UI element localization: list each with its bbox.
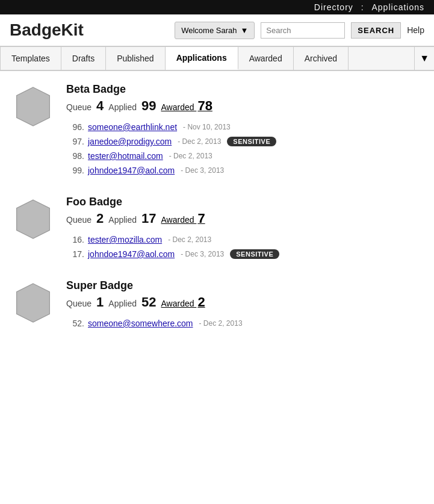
- app-email[interactable]: janedoe@prodigy.com: [88, 137, 172, 146]
- applied-label: Applied: [108, 215, 137, 225]
- awarded-num: 7: [197, 211, 205, 226]
- app-email[interactable]: someone@earthlink.net: [88, 122, 177, 132]
- logo: BadgeKit: [10, 20, 169, 40]
- sensitive-badge: SENSITIVE: [230, 249, 279, 259]
- app-date: - Dec 2, 2013: [169, 152, 212, 160]
- badge-details: Beta Badge Queue 4 Applied 99 Awarded 78…: [66, 83, 422, 178]
- scroll-tabs-icon[interactable]: ▼: [414, 47, 434, 70]
- app-email[interactable]: someone@somewhere.com: [88, 319, 193, 328]
- badge-name: Super Badge: [66, 279, 422, 292]
- applied-label: Applied: [108, 102, 137, 112]
- badge-name: Foo Badge: [66, 196, 422, 208]
- app-date: - Dec 3, 2013: [181, 250, 224, 258]
- application-row: 17.johndoe1947@aol.com- Dec 3, 2013SENSI…: [66, 247, 422, 261]
- badge-stats: Queue 2 Applied 17 Awarded 7: [66, 211, 422, 226]
- app-number: 99.: [66, 166, 84, 175]
- welcome-dropdown[interactable]: Welcome Sarah ▼: [175, 22, 255, 39]
- badge-section-2: Super Badge Queue 1 Applied 52 Awarded 2…: [12, 279, 422, 331]
- tab-awarded[interactable]: Awarded: [238, 47, 294, 70]
- application-row: 97.janedoe@prodigy.com- Dec 2, 2013SENSI…: [66, 134, 422, 149]
- svg-marker-0: [17, 87, 50, 126]
- tab-drafts[interactable]: Drafts: [61, 47, 106, 70]
- help-link[interactable]: Help: [407, 25, 424, 35]
- application-row: 98.tester@hotmail.com- Dec 2, 2013: [66, 149, 422, 163]
- queue-num: 4: [96, 98, 104, 114]
- badge-details: Super Badge Queue 1 Applied 52 Awarded 2…: [66, 279, 422, 331]
- app-date: - Nov 10, 2013: [183, 123, 231, 131]
- svg-marker-1: [17, 200, 50, 238]
- top-bar: Directory : Applications: [0, 0, 434, 14]
- tab-applications[interactable]: Applications: [166, 47, 238, 70]
- app-date: - Dec 2, 2013: [168, 235, 211, 244]
- tab-archived[interactable]: Archived: [294, 47, 349, 70]
- header: BadgeKit Welcome Sarah ▼ SEARCH Help: [0, 14, 434, 46]
- app-email[interactable]: johndoe1947@aol.com: [88, 249, 175, 259]
- app-date: - Dec 2, 2013: [199, 319, 243, 328]
- app-number: 17.: [66, 249, 84, 259]
- app-email[interactable]: tester@hotmail.com: [88, 151, 163, 161]
- awarded-num: 78: [197, 98, 212, 113]
- tab-published[interactable]: Published: [106, 47, 166, 70]
- app-date: - Dec 2, 2013: [178, 137, 221, 146]
- badge-section-0: Beta Badge Queue 4 Applied 99 Awarded 78…: [12, 83, 422, 178]
- search-button[interactable]: SEARCH: [351, 22, 401, 39]
- svg-marker-2: [17, 284, 50, 322]
- application-row: 16.tester@mozilla.com- Dec 2, 2013: [66, 232, 422, 247]
- badge-details: Foo Badge Queue 2 Applied 17 Awarded 7 1…: [66, 196, 422, 261]
- app-number: 96.: [66, 122, 84, 132]
- app-email[interactable]: johndoe1947@aol.com: [88, 166, 175, 175]
- app-number: 52.: [66, 319, 84, 328]
- queue-num: 2: [96, 211, 104, 226]
- search-input[interactable]: [261, 22, 345, 39]
- queue-num: 1: [96, 294, 104, 310]
- tab-templates[interactable]: Templates: [0, 47, 61, 70]
- applied-num: 17: [141, 211, 156, 226]
- applications-link[interactable]: Applications: [372, 2, 425, 12]
- queue-label: Queue: [66, 215, 91, 225]
- awarded-num: 2: [197, 294, 205, 310]
- applied-label: Applied: [108, 299, 137, 308]
- app-email[interactable]: tester@mozilla.com: [88, 235, 162, 244]
- dropdown-arrow-icon: ▼: [240, 26, 248, 35]
- badge-icon: [12, 282, 54, 324]
- app-number: 97.: [66, 137, 84, 146]
- badge-name: Beta Badge: [66, 83, 422, 96]
- app-number: 16.: [66, 235, 84, 244]
- app-number: 98.: [66, 151, 84, 161]
- applied-num: 99: [141, 98, 156, 114]
- welcome-text: Welcome Sarah: [181, 26, 237, 35]
- badge-stats: Queue 1 Applied 52 Awarded 2: [66, 294, 422, 310]
- main-content: Beta Badge Queue 4 Applied 99 Awarded 78…: [0, 71, 434, 361]
- separator: :: [361, 2, 364, 12]
- badge-section-1: Foo Badge Queue 2 Applied 17 Awarded 7 1…: [12, 196, 422, 261]
- awarded-link[interactable]: Awarded 7: [161, 211, 205, 226]
- badge-icon: [12, 86, 54, 128]
- applied-num: 52: [141, 294, 156, 310]
- awarded-link[interactable]: Awarded 2: [161, 294, 205, 310]
- application-row: 96.someone@earthlink.net- Nov 10, 2013: [66, 120, 422, 134]
- sensitive-badge: SENSITIVE: [227, 137, 276, 146]
- awarded-link[interactable]: Awarded 78: [161, 98, 212, 114]
- queue-label: Queue: [66, 299, 91, 308]
- badge-icon: [12, 198, 54, 240]
- badge-stats: Queue 4 Applied 99 Awarded 78: [66, 98, 422, 114]
- nav-tabs: Templates Drafts Published Applications …: [0, 46, 434, 71]
- directory-link[interactable]: Directory: [314, 2, 353, 12]
- application-row: 99.johndoe1947@aol.com- Dec 3, 2013: [66, 163, 422, 178]
- app-date: - Dec 3, 2013: [181, 166, 224, 175]
- queue-label: Queue: [66, 102, 91, 112]
- application-row: 52.someone@somewhere.com- Dec 2, 2013: [66, 316, 422, 331]
